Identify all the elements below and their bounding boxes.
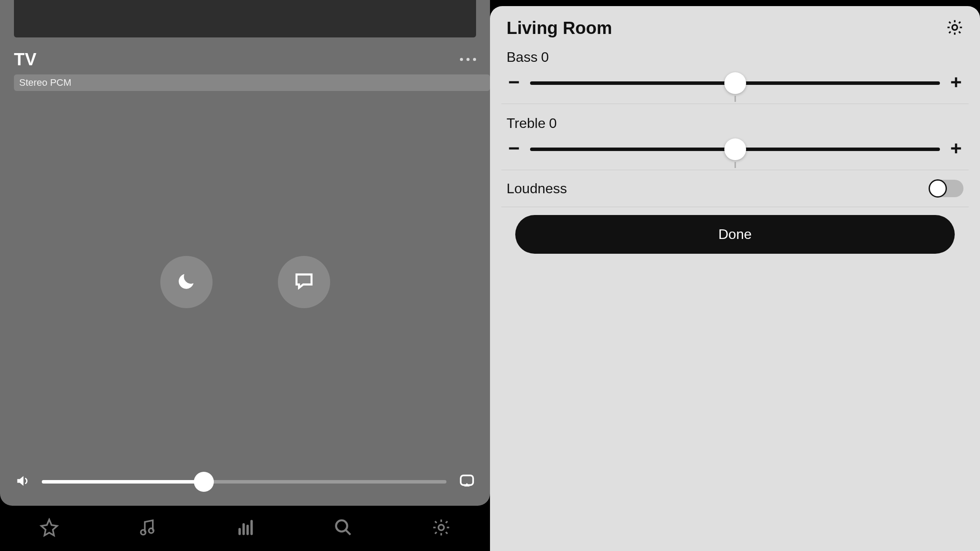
night-mode-button[interactable] bbox=[160, 256, 213, 308]
bass-slider[interactable] bbox=[530, 81, 940, 85]
gear-icon bbox=[432, 518, 451, 539]
room-title: Living Room bbox=[507, 18, 612, 38]
nav-music[interactable] bbox=[98, 506, 196, 551]
bottom-nav bbox=[0, 506, 490, 551]
bass-decrease-button[interactable] bbox=[507, 75, 521, 91]
svg-point-1 bbox=[141, 530, 145, 535]
svg-point-5 bbox=[952, 25, 957, 30]
sheet-header: Living Room bbox=[501, 18, 969, 38]
volume-row bbox=[0, 473, 490, 506]
loudness-label: Loudness bbox=[507, 181, 567, 197]
bass-section: Bass 0 bbox=[501, 38, 969, 104]
nav-search[interactable] bbox=[294, 506, 392, 551]
source-title: TV bbox=[14, 50, 37, 69]
search-icon bbox=[334, 518, 353, 539]
album-art bbox=[14, 0, 476, 37]
treble-slider[interactable] bbox=[530, 148, 940, 151]
bass-increase-button[interactable] bbox=[949, 75, 963, 91]
more-button[interactable] bbox=[460, 58, 476, 61]
music-note-icon bbox=[138, 518, 157, 539]
loudness-toggle[interactable] bbox=[929, 180, 963, 197]
treble-section: Treble 0 bbox=[501, 104, 969, 170]
plus-icon bbox=[949, 150, 963, 157]
svg-point-3 bbox=[336, 521, 347, 532]
eq-sheet: Living Room Bass 0 bbox=[490, 6, 980, 551]
speech-enhance-button[interactable] bbox=[278, 256, 330, 308]
star-icon bbox=[40, 518, 59, 539]
done-button[interactable]: Done bbox=[515, 215, 955, 254]
bass-center-tick bbox=[507, 91, 963, 97]
treble-increase-button[interactable] bbox=[949, 141, 963, 158]
speech-bubble-icon bbox=[294, 271, 314, 293]
nav-rooms[interactable] bbox=[196, 506, 294, 551]
audio-format-badge: Stereo PCM bbox=[14, 74, 490, 91]
moon-icon bbox=[176, 271, 196, 293]
plus-icon bbox=[949, 84, 963, 91]
minus-icon bbox=[507, 150, 521, 157]
gear-icon bbox=[946, 30, 963, 37]
now-playing-panel: TV Stereo PCM bbox=[0, 0, 490, 551]
eq-panel: Living Room Bass 0 bbox=[490, 0, 980, 551]
treble-label: Treble bbox=[507, 115, 546, 131]
mode-buttons bbox=[0, 91, 490, 473]
svg-point-2 bbox=[149, 528, 153, 533]
output-button[interactable] bbox=[459, 473, 475, 491]
room-settings-button[interactable] bbox=[946, 19, 963, 38]
nav-favorites[interactable] bbox=[0, 506, 98, 551]
bass-label: Bass bbox=[507, 49, 537, 65]
loudness-row: Loudness bbox=[501, 170, 969, 207]
minus-icon bbox=[507, 84, 521, 91]
treble-center-tick bbox=[507, 158, 963, 164]
volume-slider[interactable] bbox=[42, 480, 446, 484]
bass-value: 0 bbox=[541, 49, 549, 65]
volume-icon[interactable] bbox=[15, 474, 30, 490]
svg-point-4 bbox=[438, 525, 444, 531]
equalizer-icon bbox=[236, 518, 255, 539]
now-playing-card: TV Stereo PCM bbox=[0, 0, 490, 506]
nav-settings[interactable] bbox=[392, 506, 490, 551]
treble-value: 0 bbox=[549, 115, 557, 131]
treble-decrease-button[interactable] bbox=[507, 141, 521, 158]
title-row: TV bbox=[0, 37, 490, 69]
